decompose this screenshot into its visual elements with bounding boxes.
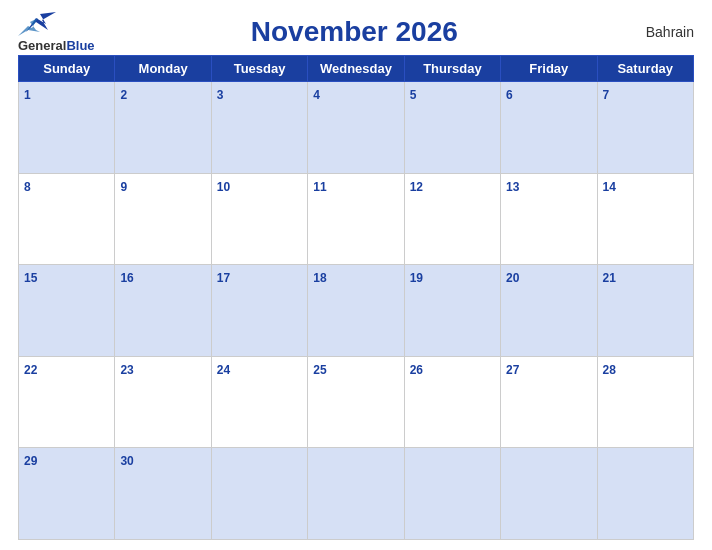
weekday-header-monday: Monday	[115, 56, 211, 82]
calendar-day-cell: 21	[597, 265, 693, 357]
country-label: Bahrain	[614, 24, 694, 40]
day-number: 8	[24, 180, 31, 194]
calendar-day-cell: 6	[501, 82, 597, 174]
day-number: 23	[120, 363, 133, 377]
calendar-day-cell: 10	[211, 173, 307, 265]
day-number: 9	[120, 180, 127, 194]
empty-cell	[597, 448, 693, 540]
calendar-day-cell: 20	[501, 265, 597, 357]
day-number: 25	[313, 363, 326, 377]
calendar-day-cell: 26	[404, 356, 500, 448]
day-number: 7	[603, 88, 610, 102]
calendar-day-cell: 12	[404, 173, 500, 265]
calendar-day-cell: 5	[404, 82, 500, 174]
calendar-day-cell: 8	[19, 173, 115, 265]
calendar-day-cell: 30	[115, 448, 211, 540]
day-number: 3	[217, 88, 224, 102]
calendar-day-cell: 18	[308, 265, 404, 357]
calendar-day-cell: 7	[597, 82, 693, 174]
logo-icon	[18, 10, 56, 38]
day-number: 16	[120, 271, 133, 285]
calendar-day-cell: 11	[308, 173, 404, 265]
day-number: 15	[24, 271, 37, 285]
weekday-header-sunday: Sunday	[19, 56, 115, 82]
weekday-header-saturday: Saturday	[597, 56, 693, 82]
calendar-day-cell: 1	[19, 82, 115, 174]
calendar-day-cell: 24	[211, 356, 307, 448]
calendar-day-cell: 16	[115, 265, 211, 357]
day-number: 24	[217, 363, 230, 377]
day-number: 5	[410, 88, 417, 102]
day-number: 1	[24, 88, 31, 102]
logo: General Blue	[18, 10, 95, 53]
day-number: 19	[410, 271, 423, 285]
weekday-header-row: SundayMondayTuesdayWednesdayThursdayFrid…	[19, 56, 694, 82]
logo-text: General Blue	[18, 38, 95, 53]
calendar-week-row: 22232425262728	[19, 356, 694, 448]
weekday-header-tuesday: Tuesday	[211, 56, 307, 82]
day-number: 27	[506, 363, 519, 377]
calendar-day-cell: 13	[501, 173, 597, 265]
day-number: 14	[603, 180, 616, 194]
calendar-table: SundayMondayTuesdayWednesdayThursdayFrid…	[18, 55, 694, 540]
day-number: 18	[313, 271, 326, 285]
calendar-week-row: 2930	[19, 448, 694, 540]
empty-cell	[211, 448, 307, 540]
day-number: 4	[313, 88, 320, 102]
weekday-header-friday: Friday	[501, 56, 597, 82]
calendar-day-cell: 23	[115, 356, 211, 448]
day-number: 30	[120, 454, 133, 468]
calendar-day-cell: 9	[115, 173, 211, 265]
empty-cell	[501, 448, 597, 540]
calendar-day-cell: 15	[19, 265, 115, 357]
calendar-week-row: 15161718192021	[19, 265, 694, 357]
calendar-day-cell: 14	[597, 173, 693, 265]
calendar-day-cell: 28	[597, 356, 693, 448]
calendar-week-row: 1234567	[19, 82, 694, 174]
day-number: 10	[217, 180, 230, 194]
day-number: 26	[410, 363, 423, 377]
calendar-day-cell: 22	[19, 356, 115, 448]
day-number: 12	[410, 180, 423, 194]
calendar-day-cell: 29	[19, 448, 115, 540]
calendar-day-cell: 2	[115, 82, 211, 174]
day-number: 29	[24, 454, 37, 468]
day-number: 22	[24, 363, 37, 377]
day-number: 6	[506, 88, 513, 102]
calendar-day-cell: 19	[404, 265, 500, 357]
top-bar: General Blue November 2026 Bahrain	[18, 10, 694, 53]
calendar-day-cell: 25	[308, 356, 404, 448]
day-number: 2	[120, 88, 127, 102]
calendar-day-cell: 17	[211, 265, 307, 357]
day-number: 13	[506, 180, 519, 194]
calendar-day-cell: 27	[501, 356, 597, 448]
calendar-day-cell: 4	[308, 82, 404, 174]
calendar-day-cell: 3	[211, 82, 307, 174]
calendar-title: November 2026	[95, 16, 614, 48]
day-number: 21	[603, 271, 616, 285]
empty-cell	[404, 448, 500, 540]
day-number: 28	[603, 363, 616, 377]
day-number: 11	[313, 180, 326, 194]
weekday-header-thursday: Thursday	[404, 56, 500, 82]
day-number: 20	[506, 271, 519, 285]
calendar-week-row: 891011121314	[19, 173, 694, 265]
weekday-header-wednesday: Wednesday	[308, 56, 404, 82]
day-number: 17	[217, 271, 230, 285]
empty-cell	[308, 448, 404, 540]
